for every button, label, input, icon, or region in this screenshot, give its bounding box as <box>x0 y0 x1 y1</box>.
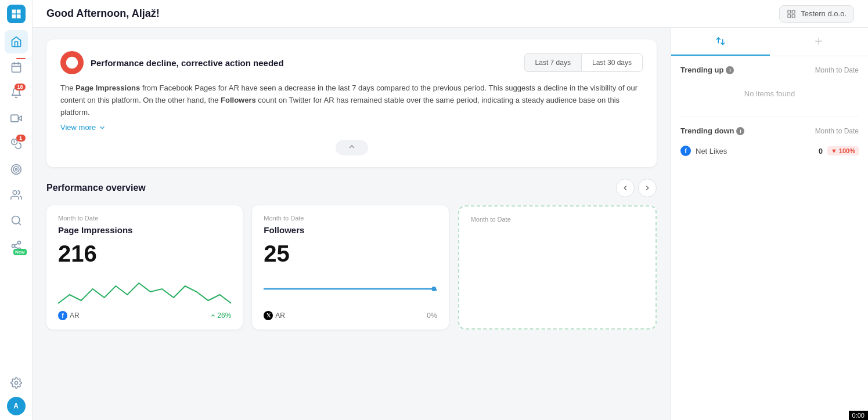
sidebar-item-calendar[interactable] <box>5 56 28 79</box>
sidebar-item-video[interactable] <box>5 107 28 130</box>
metric-title-impressions: Page Impressions <box>58 225 231 235</box>
trending-item-label: Net Likes <box>696 147 727 155</box>
svg-marker-4 <box>18 116 21 121</box>
tab-last-7-days[interactable]: Last 7 days <box>524 53 582 72</box>
no-items-trending-up: No items found <box>680 80 859 107</box>
alert-body: The Page Impressions from Facebook Pages… <box>60 82 643 118</box>
metric-footer-impressions: f AR 26% <box>58 311 231 320</box>
right-tab-plus[interactable] <box>770 28 869 56</box>
metric-chart-followers <box>264 271 437 306</box>
page-body: Performance decline, corrective action n… <box>33 28 868 420</box>
alert-card: Performance decline, corrective action n… <box>46 39 657 167</box>
main-content: Good Afternoon, Aljaž! Testern d.o.o. <box>33 0 868 420</box>
trending-up-info-icon[interactable]: i <box>726 66 734 74</box>
trending-down-section: Trending down i Month to Date f Net Like… <box>671 117 868 170</box>
svg-rect-20 <box>793 10 795 13</box>
coins-badge: 1 <box>16 135 26 142</box>
metric-value-followers: 25 <box>264 241 437 267</box>
sidebar-item-search[interactable] <box>5 209 28 232</box>
platform-name-followers: AR <box>275 312 285 320</box>
trending-facebook-icon: f <box>680 146 691 156</box>
user-avatar[interactable]: A <box>7 397 26 415</box>
sidebar-item-notifications[interactable]: 18 <box>5 81 28 104</box>
metric-title-followers: Followers <box>264 225 437 235</box>
svg-line-17 <box>15 243 18 245</box>
facebook-icon: f <box>58 311 67 320</box>
trending-up-header: Trending up i Month to Date <box>680 66 859 74</box>
alert-collapse-button[interactable] <box>336 140 368 155</box>
twitter-icon: 𝕏 <box>264 311 273 320</box>
right-tab-trending[interactable] <box>671 28 770 56</box>
metric-label-impressions: Month to Date <box>58 215 231 222</box>
metric-label-followers: Month to Date <box>264 215 437 222</box>
svg-line-12 <box>18 223 20 225</box>
trending-down-title: Trending down i <box>680 126 744 135</box>
trending-item-net-likes: f Net Likes 0 ▼ 100% <box>680 141 859 161</box>
platform-tag-followers: 𝕏 AR <box>264 311 285 320</box>
center-panel: Performance decline, corrective action n… <box>33 28 671 420</box>
svg-rect-21 <box>793 15 795 17</box>
alert-collapse-area <box>60 140 643 155</box>
company-name: Testern d.o.o. <box>801 9 847 18</box>
trending-down-info-icon[interactable]: i <box>736 127 744 135</box>
trending-item-left: f Net Likes <box>680 146 727 156</box>
metric-card-placeholder: Month to Date <box>458 205 657 330</box>
sidebar-item-settings[interactable] <box>5 371 28 394</box>
clock: 0:00 <box>849 411 868 420</box>
svg-point-10 <box>13 191 17 195</box>
metric-label-placeholder: Month to Date <box>471 216 644 223</box>
svg-point-7 <box>11 165 21 175</box>
alert-title-row: Performance decline, corrective action n… <box>60 51 284 74</box>
svg-point-18 <box>15 382 17 385</box>
view-more-link[interactable]: View more <box>60 123 106 132</box>
sidebar-item-coins[interactable]: 1 <box>5 132 28 155</box>
sidebar-item-social[interactable]: New <box>5 234 28 258</box>
nav-prev-button[interactable] <box>616 179 635 197</box>
metric-card-followers[interactable]: Month to Date Followers 25 𝕏 AR <box>252 205 448 330</box>
growth-impressions: 26% <box>210 312 231 320</box>
sidebar: 18 1 New <box>0 0 33 420</box>
svg-point-26 <box>432 287 437 291</box>
trending-item-badge: ▼ 100% <box>827 146 859 155</box>
nav-arrows <box>616 179 657 197</box>
social-new-badge: New <box>13 249 26 255</box>
platform-tag-impressions: f AR <box>58 311 80 320</box>
svg-rect-19 <box>788 10 791 13</box>
topbar: Good Afternoon, Aljaž! Testern d.o.o. <box>33 0 868 28</box>
metric-cards: Month to Date Page Impressions 216 f AR <box>46 205 657 330</box>
growth-followers: 0% <box>427 312 437 320</box>
svg-rect-5 <box>10 115 17 122</box>
trending-item-value: 0 <box>819 147 823 155</box>
alert-icon <box>60 51 84 74</box>
sidebar-item-goals[interactable] <box>5 158 28 181</box>
platform-name-impressions: AR <box>70 312 80 320</box>
metric-chart-impressions <box>58 271 231 306</box>
nav-next-button[interactable] <box>638 179 657 197</box>
right-panel: Trending up i Month to Date No items fou… <box>671 28 868 420</box>
performance-title: Performance overview <box>46 183 146 193</box>
svg-rect-22 <box>788 15 791 17</box>
alert-tabs: Last 7 days Last 30 days <box>524 53 643 72</box>
sidebar-item-home[interactable] <box>5 30 28 53</box>
svg-rect-0 <box>12 63 20 72</box>
trending-up-title: Trending up i <box>680 66 734 74</box>
app-logo[interactable] <box>7 5 26 23</box>
svg-point-9 <box>15 168 17 170</box>
right-panel-tabs <box>671 28 868 56</box>
tab-last-30-days[interactable]: Last 30 days <box>582 53 643 72</box>
metric-value-impressions: 216 <box>58 241 231 267</box>
trending-up-date: Month to Date <box>815 66 859 74</box>
metric-footer-followers: 𝕏 AR 0% <box>264 311 437 320</box>
sidebar-item-audience[interactable] <box>5 183 28 207</box>
svg-point-8 <box>13 166 19 172</box>
trending-down-header: Trending down i Month to Date <box>680 126 859 135</box>
alert-title: Performance decline, corrective action n… <box>91 58 284 68</box>
alert-header: Performance decline, corrective action n… <box>60 51 643 74</box>
notifications-badge: 18 <box>15 84 25 90</box>
metric-card-page-impressions[interactable]: Month to Date Page Impressions 216 f AR <box>46 205 243 330</box>
trending-down-date: Month to Date <box>815 127 859 135</box>
sidebar-bottom: A <box>5 371 28 415</box>
company-selector[interactable]: Testern d.o.o. <box>779 5 854 23</box>
performance-section-header: Performance overview <box>46 179 657 197</box>
trending-up-section: Trending up i Month to Date No items fou… <box>671 56 868 117</box>
